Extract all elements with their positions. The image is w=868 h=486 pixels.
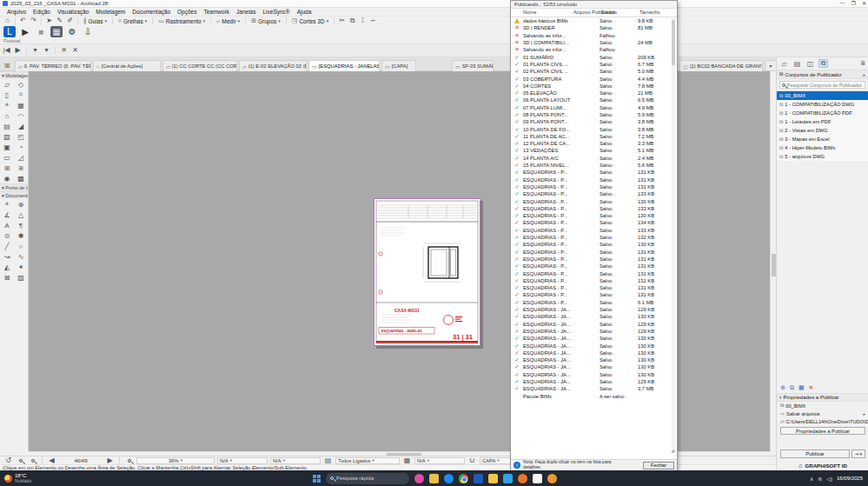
inject-parameters-icon[interactable]: ✎	[55, 17, 64, 25]
close-view-icon[interactable]: ✕	[59, 46, 69, 55]
publisher-search-box[interactable]	[779, 81, 865, 89]
layout-book-icon[interactable]: ◫	[805, 59, 815, 68]
layers-icon[interactable]: ▤	[323, 456, 333, 465]
tab-1-bc02-bancada-de-granit[interactable]: ◫(1) BC02 BANCADA DE GRANIT...	[679, 60, 763, 71]
toolbox-tool-icon-0[interactable]: ▱	[0, 79, 14, 90]
toolbox-tool-icon-18[interactable]: ◉	[0, 173, 14, 183]
menu-modelagem[interactable]: Modelagem	[92, 9, 129, 15]
split-icon[interactable]: ⧉	[348, 17, 357, 25]
toolbox-tool-icon-9[interactable]: ◢	[14, 121, 28, 131]
tab-capa[interactable]: ▭[CAPA]	[381, 60, 416, 71]
view-map-icon[interactable]: ▤	[792, 59, 802, 68]
zoom-level-combo[interactable]: 36%▾	[136, 457, 215, 464]
settings-gear-icon[interactable]: ⚙	[66, 26, 78, 37]
nav-next-icon[interactable]: ▶	[13, 46, 23, 55]
toolbox-section-modelagem[interactable]: ▾ Modelagem	[0, 71, 28, 79]
publish-icon[interactable]: ⇩	[82, 26, 94, 37]
menu-livesync[interactable]: LiveSync®	[259, 9, 293, 15]
publish-properties-header[interactable]: ▾ Propriedades a Publicar	[777, 393, 868, 402]
toolbar-button-cortes-3d[interactable]: ◳Cortes 3D▾	[289, 17, 331, 25]
livesync-icon[interactable]: L	[3, 26, 16, 37]
publish-item-row[interactable]: ✓ESQUADRIAS - P...Salvo6.1 MB	[511, 299, 673, 306]
toolbox-tool-icon-13[interactable]: ◔	[14, 142, 28, 152]
render-panel-icon[interactable]: ▦	[50, 26, 63, 37]
publisher-sets-icon[interactable]: ⧉	[818, 59, 828, 68]
publish-item-row[interactable]: ✓ESQUADRIAS - P...Salvo131 KB	[511, 183, 673, 190]
publish-item-row[interactable]: ✓01 SUMÁRIOSalvo209 KB	[511, 53, 673, 60]
taskbar-weather-widget[interactable]: 18°C Nublado	[0, 473, 104, 483]
publish-path-row[interactable]: ▱ C:\Users\DELL14h\OneDrive\TUDO\Documen…	[777, 417, 868, 425]
home-icon[interactable]: ⌂	[3, 17, 12, 25]
edge-browser-icon[interactable]	[444, 474, 454, 483]
tab-list-dropdown[interactable]: ▾	[765, 60, 777, 71]
publish-item-row[interactable]: ✓01 PLANTA CIVIL ...Salvo6.7 MB	[511, 61, 673, 68]
previous-page-icon[interactable]: ◀	[47, 456, 56, 465]
menu-ajuda[interactable]: Ajuda	[294, 9, 315, 15]
zoom-in-icon[interactable]	[28, 456, 37, 465]
taskbar-tray[interactable]: ∧ ≋ ◁) 16/09/2025	[810, 476, 868, 482]
tab-1-e-02-elevac-a-o-02-e-02-ele[interactable]: ▱(1) E-02 ELEVAÇÃO 02 (E-02 ELE...	[239, 60, 307, 71]
tab-sf-03-suma-rio[interactable]: ▭SF-03 SUMÁRIO	[452, 60, 494, 71]
stop-icon[interactable]: ■	[35, 26, 47, 37]
publish-item-row[interactable]: ✓06 PLANTA LAYOUTSalvo6.5 MB	[511, 97, 673, 103]
menu-visualizac-a-o[interactable]: Visualização	[54, 9, 92, 15]
publisher-set-1-leiautes-em-pdf[interactable]: ⧉1 - Leiautes em PDF	[777, 117, 868, 126]
layer-combo[interactable]: Todos Ligados▾	[335, 457, 400, 464]
publish-item-row[interactable]: ✓07 PLANTA LUMI...Salvo4.9 MB	[511, 104, 673, 111]
toolbar-button-rastreamento[interactable]: ▭Rastreamento▾	[156, 17, 208, 25]
start-button[interactable]	[313, 475, 321, 483]
scissors-icon[interactable]: ✂	[337, 17, 347, 25]
publisher-set-3-mapas-em-excel[interactable]: ⧉3 - Mapas em Excel	[777, 135, 868, 143]
menu-documentac-a-o[interactable]: Documentação	[129, 9, 174, 15]
publish-item-row[interactable]: ✓ESQUADRIAS - P...Salvo133 KB	[511, 227, 673, 234]
toolbox-tool-icon-8[interactable]: ▤	[0, 121, 14, 131]
publish-item-row[interactable]: ✕3D | RENDERSalvo81 MB	[511, 24, 673, 31]
toolbox-tool-icon-17[interactable]: ≋	[14, 163, 28, 173]
publish-item-row[interactable]: ✓ESQUADRIAS - P...Salvo131 KB	[511, 256, 673, 263]
toolbox-tool-icon-5[interactable]: ¶	[14, 220, 28, 230]
minimize-button[interactable]: —	[840, 0, 845, 6]
publish-item-row[interactable]: ✓ESQUADRIAS - P...Salvo131 KB	[511, 249, 673, 256]
chrome-browser-icon[interactable]	[459, 474, 468, 483]
publish-item-row[interactable]: ✓ESQUADRIAS - P...Salvo131 KB	[511, 270, 673, 276]
toolbox-tool-icon-10[interactable]: ↝	[0, 251, 14, 262]
publish-item-row[interactable]: ✓ESQUADRIAS - P...Salvo133 KB	[511, 190, 673, 197]
close-all-icon[interactable]: ✕	[70, 46, 80, 55]
toolbox-tool-icon-4[interactable]: A	[0, 220, 14, 230]
publish-item-row[interactable]: ✓ESQUADRIAS - JA...Salvo129 KB	[511, 378, 673, 385]
toolbox-tool-icon-11[interactable]: ◰	[14, 131, 28, 142]
toolbox-tool-icon-14[interactable]: ▭	[0, 152, 14, 163]
toolbox-tool-icon-15[interactable]: ▨	[14, 272, 28, 283]
zoom-out-icon[interactable]	[16, 456, 25, 465]
dialog-resize-grip[interactable]: ◢	[671, 448, 674, 453]
publish-item-row[interactable]: ✓ESQUADRIAS - P...Salvo134 KB	[511, 219, 673, 226]
publish-item-row[interactable]: ✓ESQUADRIAS - JA...Salvo130 KB	[511, 371, 673, 378]
play-icon[interactable]: ▶	[19, 26, 31, 37]
folder-icon[interactable]	[488, 474, 498, 483]
toolbox-tool-icon-19[interactable]: ▩	[14, 173, 28, 183]
publish-item-row[interactable]: ✓ESQUADRIAS - JA...Salvo3.7 MB	[511, 385, 673, 392]
nav-dropdown-icon[interactable]: ▾	[30, 46, 40, 55]
toolbox-tool-icon-7[interactable]: ◠	[14, 110, 28, 121]
toolbox-tool-icon-15[interactable]: ◿	[14, 152, 28, 163]
publish-item-row[interactable]: ✓ESQUADRIAS - P...Salvo132 KB	[511, 234, 673, 241]
tab-overview-icon[interactable]: ⊞	[2, 61, 12, 70]
next-page-icon[interactable]: ▶	[105, 456, 115, 465]
publish-item-row[interactable]: ✓ESQUADRIAS - P...Salvo131 KB	[511, 277, 673, 284]
publish-options-dropdown[interactable]: ⇥ ▾	[851, 449, 865, 458]
toolbox-tool-icon-3[interactable]: ⌗	[14, 90, 28, 100]
redo-icon[interactable]: ↷	[29, 17, 38, 25]
canvas-vertical-scrollbar[interactable]	[770, 71, 776, 451]
publish-item-row[interactable]: ✓ESQUADRIAS - JA...Salvo129 KB	[511, 328, 673, 335]
file-explorer-icon[interactable]	[429, 474, 439, 483]
publish-item-row[interactable]: dados básicos BIMxSalvo9.8 KB	[511, 17, 673, 24]
intersect-icon[interactable]: ⌐	[368, 17, 378, 25]
menu-opc-o-es[interactable]: Opções	[174, 9, 200, 15]
publish-item-row[interactable]: ✓ESQUADRIAS - P...Salvo131 KB	[511, 291, 673, 298]
toolbox-section-ponto-de-vis[interactable]: ▾ Ponto de Vis...	[0, 183, 28, 191]
properties-icon[interactable]: ▦	[798, 384, 805, 391]
publish-item-row[interactable]: ✓ESQUADRIAS - JA...Salvo130 KB	[511, 335, 673, 342]
publish-item-row[interactable]: ✓15 PLANTA NIVEL...Salvo5.6 MB	[511, 162, 673, 169]
publish-item-row[interactable]: ✓ESQUADRIAS - JA...Salvo130 KB	[511, 342, 673, 349]
publish-item-row[interactable]: ✓09 PLANTA PONT...Salvo3.8 MB	[511, 118, 673, 125]
